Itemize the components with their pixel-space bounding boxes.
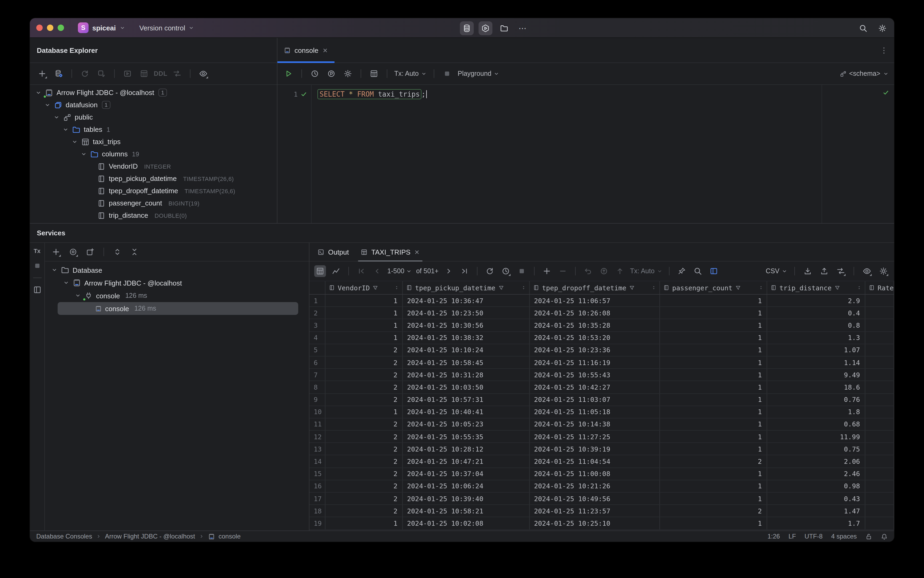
chevron-down-icon[interactable]	[35, 89, 42, 96]
chevron-down-icon[interactable]	[81, 151, 87, 157]
grid-cell[interactable]: 2024-01-25 10:31:28	[403, 369, 530, 380]
grid-cell[interactable]: 1	[660, 382, 767, 393]
settings-gear-icon[interactable]	[878, 24, 887, 32]
grid-cell[interactable]: 1	[660, 518, 767, 529]
grid-cell[interactable]: 2.9	[767, 295, 865, 306]
grid-cell[interactable]	[865, 468, 894, 479]
grid-cell[interactable]: 2	[326, 468, 403, 479]
sort-icon[interactable]	[857, 284, 862, 291]
grid-cell[interactable]: 2	[326, 419, 403, 430]
tab-taxi-trips[interactable]: TAXI_TRIPS	[355, 243, 426, 261]
grid-cell[interactable]: 2024-01-25 10:36:47	[403, 295, 530, 306]
schema-switcher[interactable]: <schema>	[840, 70, 889, 77]
grid-cell[interactable]: 2024-01-25 10:10:24	[403, 344, 530, 356]
add-datasource-button[interactable]	[36, 68, 48, 80]
add-row-button[interactable]	[541, 265, 553, 277]
run-button[interactable]	[478, 21, 493, 35]
console-settings-button[interactable]	[342, 68, 354, 80]
grid-row-number[interactable]: 2	[310, 307, 326, 318]
grid-row-number[interactable]: 9	[310, 394, 326, 405]
grid-cell[interactable]: 1	[660, 406, 767, 417]
stop-button[interactable]	[441, 68, 453, 80]
tree-item-column[interactable]: trip_distance DOUBLE(0)	[30, 209, 277, 221]
tree-item-tables-folder[interactable]: tables 1	[30, 123, 277, 136]
reload-page-button[interactable]	[484, 265, 496, 277]
grid-cell[interactable]: 2024-01-25 10:49:56	[530, 493, 660, 504]
grid-cell[interactable]: 2024-01-25 10:06:24	[403, 481, 530, 492]
grid-cell[interactable]: 1	[326, 307, 403, 318]
ddl-button[interactable]: DDL	[155, 68, 167, 80]
find-button[interactable]	[692, 265, 704, 277]
grid-row-number[interactable]: 18	[310, 505, 326, 516]
tree-item-datasource[interactable]: Arrow Flight JDBC - @localhost 1	[30, 86, 277, 99]
tree-item-column[interactable]: tpep_pickup_datetime TIMESTAMP(26,6)	[30, 172, 277, 185]
grid-cell[interactable]	[865, 443, 894, 455]
grid-cell[interactable]	[865, 357, 894, 368]
filter-funnel-icon[interactable]	[372, 285, 378, 291]
services-item-console-result[interactable]: console 126 ms	[58, 302, 298, 315]
filter-funnel-icon[interactable]	[834, 285, 840, 291]
chevron-down-icon[interactable]	[51, 267, 58, 273]
grid-cell[interactable]	[865, 505, 894, 516]
grid-cell[interactable]: 0.4	[767, 307, 865, 318]
paged-results-button[interactable]	[708, 265, 720, 277]
code-editor[interactable]: 1 SELECT * FROM taxi_trips;	[277, 85, 894, 223]
grid-row-number[interactable]: 12	[310, 431, 326, 442]
caret-position[interactable]: 1:26	[767, 533, 780, 540]
chevron-down-icon[interactable]	[44, 102, 51, 108]
line-ending[interactable]: LF	[788, 533, 796, 540]
expand-all-button[interactable]	[112, 246, 123, 258]
show-services-button[interactable]	[67, 246, 79, 258]
sort-icon[interactable]	[759, 284, 764, 291]
grid-cell[interactable]: 2	[326, 344, 403, 356]
services-item-database[interactable]: Database	[45, 264, 309, 276]
grid-row-number[interactable]: 1	[310, 295, 326, 306]
explain-plan-button[interactable]	[326, 68, 337, 80]
grid-cell[interactable]	[865, 456, 894, 467]
grid-cell[interactable]: 2024-01-25 11:27:25	[530, 431, 660, 442]
close-tab-icon[interactable]	[322, 47, 328, 53]
tx-mode-dropdown[interactable]: Tx: Auto	[630, 267, 663, 275]
chevron-down-icon[interactable]	[63, 280, 69, 286]
compare-data-button[interactable]	[835, 265, 847, 277]
export-format-dropdown[interactable]: CSV	[766, 267, 788, 275]
chart-view-button[interactable]	[330, 265, 342, 277]
grid-cell[interactable]: 1	[660, 320, 767, 331]
add-service-button[interactable]	[50, 246, 62, 258]
grid-cell[interactable]: 2024-01-25 10:28:12	[403, 443, 530, 455]
grid-cell[interactable]: 2	[326, 443, 403, 455]
playground-dropdown[interactable]: Playground	[458, 70, 499, 77]
sort-icon[interactable]	[394, 284, 399, 291]
grid-cell[interactable]	[865, 344, 894, 356]
grid-row-number[interactable]: 14	[310, 456, 326, 467]
grid-cell[interactable]: 1.14	[767, 357, 865, 368]
grid-cell[interactable]: 0.76	[767, 394, 865, 405]
tree-item-database[interactable]: datafusion 1	[30, 99, 277, 111]
tree-item-column[interactable]: tpep_dropoff_datetime TIMESTAMP(26,6)	[30, 185, 277, 197]
grid-cell[interactable]	[865, 394, 894, 405]
grid-row-number[interactable]: 6	[310, 357, 326, 368]
grid-cell[interactable]: 1	[660, 357, 767, 368]
execute-button[interactable]	[283, 68, 295, 80]
encoding[interactable]: UTF-8	[804, 533, 823, 540]
grid-row-number[interactable]: 8	[310, 382, 326, 393]
grid-cell[interactable]: 1	[660, 431, 767, 442]
export-button[interactable]	[819, 265, 830, 277]
chevron-down-icon[interactable]	[71, 138, 78, 145]
open-in-new-tab-button[interactable]	[84, 246, 96, 258]
first-page-button[interactable]	[355, 265, 367, 277]
grid-cell[interactable]: 2024-01-25 10:02:08	[403, 518, 530, 529]
filter-funnel-icon[interactable]	[735, 285, 741, 291]
grid-cell[interactable]: 1	[326, 295, 403, 306]
jump-to-console-button[interactable]	[122, 68, 133, 80]
version-control-menu[interactable]: Version control	[139, 24, 194, 32]
previous-page-button[interactable]	[371, 265, 383, 277]
grid-cell[interactable]: 2024-01-25 11:06:57	[530, 295, 660, 306]
grid-cell[interactable]: 2	[326, 493, 403, 504]
grid-row-number[interactable]: 3	[310, 320, 326, 331]
grid-cell[interactable]: 1.8	[767, 406, 865, 417]
chevron-down-icon[interactable]	[75, 292, 81, 299]
grid-column-header[interactable]: trip_distance	[767, 281, 865, 294]
more-actions-button[interactable]: ⋯	[516, 21, 530, 35]
refresh-button[interactable]	[79, 68, 91, 80]
